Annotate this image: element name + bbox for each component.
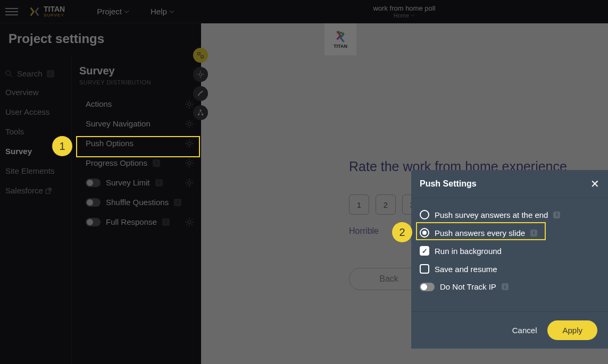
checkbox-icon[interactable] <box>420 246 429 256</box>
opt-push-end[interactable]: Push survey answers at the end i <box>420 206 599 224</box>
info-icon: i <box>502 283 509 290</box>
radio-icon[interactable] <box>420 210 429 219</box>
highlight-push-every-slide <box>416 222 546 240</box>
close-icon[interactable]: ✕ <box>590 177 599 190</box>
apply-button[interactable]: Apply <box>547 320 597 340</box>
highlight-push-options <box>76 136 200 157</box>
annotation-2: 2 <box>392 222 412 242</box>
opt-dnt[interactable]: Do Not Track IP i <box>420 278 599 295</box>
cancel-button[interactable]: Cancel <box>512 326 537 335</box>
opt-save-resume[interactable]: Save and resume <box>420 260 599 278</box>
push-settings-modal: Push Settings ✕ Push survey answers at t… <box>411 170 608 349</box>
checkbox-icon[interactable] <box>420 264 429 274</box>
annotation-1: 1 <box>52 136 72 156</box>
toggle[interactable] <box>420 283 435 291</box>
opt-run-bg[interactable]: Run in background <box>420 242 599 260</box>
modal-title: Push Settings <box>420 179 477 189</box>
info-icon: i <box>553 211 560 218</box>
